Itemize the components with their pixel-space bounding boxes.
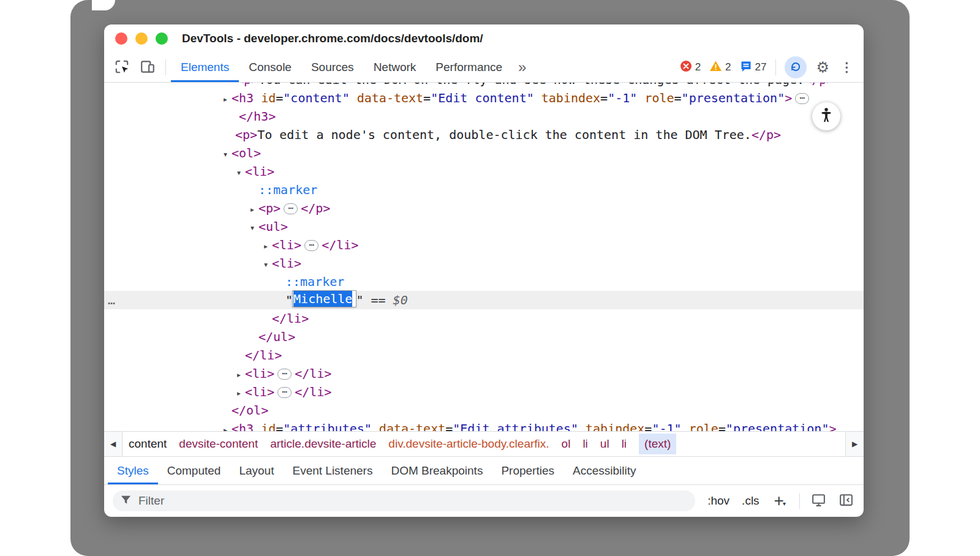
dom-tree-row[interactable]: ▸<p>⋯</p> <box>104 199 864 217</box>
breadcrumb-item[interactable]: div.devsite-article-body.clearfix. <box>388 437 549 451</box>
dom-tree-row[interactable]: <p>You can edit the DOM on the fly and s… <box>104 83 864 89</box>
dom-tree-row[interactable]: ▸<li>⋯</li> <box>104 236 864 254</box>
close-window-button[interactable] <box>115 32 127 45</box>
expand-ellipsis-button[interactable]: ⋯ <box>277 369 292 380</box>
element-classes-button[interactable]: .cls <box>741 493 761 509</box>
issues-badge[interactable]: 27 <box>736 53 771 82</box>
sidebar-tab-layout[interactable]: Layout <box>230 457 283 484</box>
accessibility-fab[interactable] <box>812 102 840 130</box>
filter-field[interactable] <box>113 490 695 511</box>
dom-tree-row[interactable]: ▾<li> <box>104 254 864 272</box>
dom-tree-row[interactable]: …"Michelle" == $0 <box>104 291 864 309</box>
tab-network[interactable]: Network <box>364 53 426 82</box>
breadcrumb-scroll-left-button[interactable]: ◀ <box>104 432 123 456</box>
breadcrumb-item[interactable]: article.devsite-article <box>270 437 376 451</box>
tab-sources[interactable]: Sources <box>301 53 364 82</box>
code-token: = <box>445 421 453 431</box>
more-tabs-button[interactable]: » <box>512 53 532 82</box>
dom-tree-row[interactable]: </li> <box>104 346 864 364</box>
sidebar-tab-styles[interactable]: Styles <box>108 457 158 484</box>
dom-tree-row[interactable]: <p>To edit a node's content, double-clic… <box>104 126 864 144</box>
breadcrumb-item[interactable]: li <box>622 437 627 451</box>
styles-filter-input[interactable] <box>137 494 688 508</box>
expand-ellipsis-button[interactable]: ⋯ <box>284 203 298 214</box>
error-count: 2 <box>695 61 701 73</box>
attribute-name-token: id <box>261 91 276 105</box>
dom-tree-row[interactable]: ::marker <box>104 181 864 199</box>
breadcrumb-item[interactable]: (text) <box>639 434 676 454</box>
disclosure-arrow[interactable]: ▸ <box>219 90 232 108</box>
rendering-emulation-button[interactable] <box>810 492 827 509</box>
toggle-sidebar-button[interactable] <box>837 492 855 509</box>
issues-icon <box>740 60 752 75</box>
tag-token: <h3 <box>232 421 254 431</box>
code-token <box>254 91 261 105</box>
expand-ellipsis-button[interactable]: ⋯ <box>304 240 318 251</box>
attribute-name-token: data-text <box>357 91 423 105</box>
code-token: = <box>600 91 608 105</box>
tag-token: <p> <box>258 201 281 216</box>
attribute-name-token: id <box>261 421 276 431</box>
sidebar-tab-dom-breakpoints[interactable]: DOM Breakpoints <box>382 457 492 484</box>
sidebar-tab-computed[interactable]: Computed <box>158 457 230 484</box>
dom-tree-row[interactable]: ▸<h3 id="attributes" data-text="Edit att… <box>104 419 864 431</box>
device-toolbar-button[interactable] <box>135 53 160 82</box>
tag-token: </p> <box>301 201 330 216</box>
disclosure-arrow[interactable]: ▸ <box>233 366 245 384</box>
code-token: = <box>718 421 726 431</box>
disclosure-arrow[interactable]: ▾ <box>260 255 272 274</box>
expand-ellipsis-button[interactable]: ⋯ <box>795 93 809 104</box>
sidebar-tab-event-listeners[interactable]: Event Listeners <box>283 457 382 484</box>
sidebar-tab-properties[interactable]: Properties <box>492 457 564 484</box>
screenshot-canvas: DevTools - developer.chrome.com/docs/dev… <box>0 0 980 556</box>
text-token: " <box>285 293 293 307</box>
breadcrumb-scroll-right-button[interactable]: ▶ <box>845 432 864 456</box>
minimize-window-button[interactable] <box>135 32 148 45</box>
dom-tree-row[interactable]: ▾<ol> <box>104 144 864 162</box>
toolbar-divider <box>165 59 166 75</box>
dom-tree-row[interactable]: </h3> <box>104 107 864 126</box>
zoom-window-button[interactable] <box>156 32 168 45</box>
dom-tree-row[interactable]: ▾<li> <box>104 162 864 181</box>
tab-console[interactable]: Console <box>239 53 301 82</box>
breadcrumb-item[interactable]: content <box>129 437 167 451</box>
disclosure-arrow[interactable]: ▸ <box>246 200 258 219</box>
sidebar-tab-accessibility[interactable]: Accessibility <box>564 457 645 484</box>
disclosure-arrow[interactable]: ▸ <box>260 237 272 255</box>
dom-tree-row[interactable]: ▸<li>⋯</li> <box>104 383 864 401</box>
breadcrumb-item[interactable]: ol <box>562 437 571 451</box>
tab-elements[interactable]: Elements <box>171 53 239 82</box>
disclosure-arrow[interactable]: ▾ <box>246 219 258 237</box>
tag-token: </h3> <box>239 109 276 124</box>
tag-token: </li> <box>295 385 331 399</box>
breadcrumb-item[interactable]: li <box>582 437 587 451</box>
breadcrumb-item[interactable]: devsite-content <box>179 437 258 451</box>
disclosure-arrow[interactable]: ▾ <box>233 163 245 182</box>
dom-tree-row[interactable]: </ul> <box>104 328 864 346</box>
tab-performance[interactable]: Performance <box>426 53 512 82</box>
sync-button[interactable] <box>785 56 807 78</box>
inline-edit-box[interactable]: Michelle <box>293 291 356 307</box>
dom-tree-row[interactable]: </ol> <box>104 401 864 419</box>
disclosure-arrow[interactable]: ▸ <box>233 384 245 402</box>
dom-tree-row[interactable]: ▸<h3 id="content" data-text="Edit conten… <box>104 89 864 107</box>
expand-ellipsis-button[interactable]: ⋯ <box>277 387 292 398</box>
tag-token: <li> <box>245 385 274 399</box>
monitor-icon <box>811 492 826 509</box>
breadcrumb-item[interactable]: ul <box>600 437 609 451</box>
new-style-rule-button[interactable]: +▾ <box>771 493 790 509</box>
main-menu-button[interactable]: ⋮ <box>835 53 859 82</box>
dom-tree-row[interactable]: ▾<ul> <box>104 217 864 236</box>
disclosure-arrow[interactable]: ▾ <box>219 145 232 163</box>
disclosure-arrow[interactable]: ▸ <box>219 421 232 431</box>
inspect-element-button[interactable] <box>109 53 135 82</box>
dom-tree-row[interactable]: ::marker <box>104 272 864 291</box>
warnings-badge[interactable]: 2 <box>705 53 735 82</box>
errors-badge[interactable]: 2 <box>676 53 705 82</box>
settings-button[interactable]: ⚙ <box>810 53 835 82</box>
attribute-name-token: data-text <box>379 421 445 431</box>
warning-icon <box>709 60 722 75</box>
dom-tree-row[interactable]: </li> <box>104 309 864 328</box>
toggle-element-state-button[interactable]: :hov <box>706 493 731 509</box>
dom-tree-row[interactable]: ▸<li>⋯</li> <box>104 364 864 383</box>
